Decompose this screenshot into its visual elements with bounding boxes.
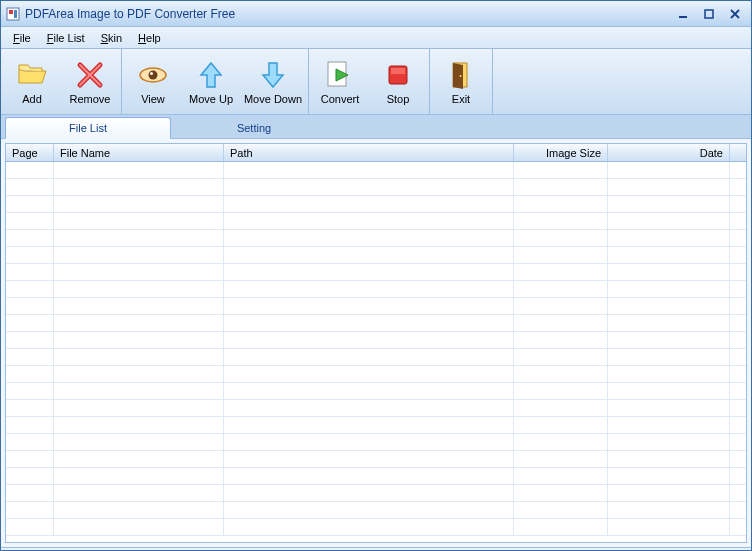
tab-setting[interactable]: Setting [171, 117, 337, 139]
table-row [6, 434, 746, 451]
col-path[interactable]: Path [224, 144, 514, 161]
table-header: Page File Name Path Image Size Date [6, 144, 746, 162]
table-body[interactable] [6, 162, 746, 542]
table-row [6, 230, 746, 247]
table-row [6, 383, 746, 400]
status-bar: Total files: 0 [1, 547, 751, 551]
svg-rect-2 [14, 10, 17, 18]
move-up-button[interactable]: Move Up [182, 51, 240, 112]
col-page[interactable]: Page [6, 144, 54, 161]
convert-icon [324, 59, 356, 91]
table-row [6, 417, 746, 434]
move-down-button[interactable]: Move Down [240, 51, 306, 112]
table-row [6, 213, 746, 230]
menu-bar: File File List Skin Help [1, 27, 751, 49]
tab-bar: File List Setting [1, 115, 751, 139]
table-row [6, 468, 746, 485]
view-button[interactable]: View [124, 51, 182, 112]
table-row [6, 332, 746, 349]
table-row [6, 366, 746, 383]
table-row [6, 264, 746, 281]
svg-point-6 [149, 70, 158, 79]
close-button[interactable] [723, 6, 747, 22]
content-area: Page File Name Path Image Size Date [1, 139, 751, 547]
col-imagesize[interactable]: Image Size [514, 144, 608, 161]
table-row [6, 196, 746, 213]
minimize-button[interactable] [671, 6, 695, 22]
table-row [6, 400, 746, 417]
col-date[interactable]: Date [608, 144, 730, 161]
eye-icon [137, 59, 169, 91]
svg-point-12 [460, 75, 462, 77]
folder-open-icon [16, 59, 48, 91]
svg-rect-10 [391, 68, 405, 74]
menu-skin[interactable]: Skin [93, 27, 130, 48]
menu-file[interactable]: File [5, 27, 39, 48]
svg-rect-1 [9, 10, 13, 14]
table-row [6, 281, 746, 298]
toolbar: Add Remove View [1, 49, 751, 115]
table-row [6, 315, 746, 332]
delete-x-icon [74, 59, 106, 91]
add-button[interactable]: Add [3, 51, 61, 112]
table-row [6, 298, 746, 315]
table-row [6, 451, 746, 468]
menu-filelist[interactable]: File List [39, 27, 93, 48]
table-row [6, 519, 746, 536]
arrow-up-icon [195, 59, 227, 91]
table-row [6, 502, 746, 519]
title-bar: PDFArea Image to PDF Converter Free [1, 1, 751, 27]
tab-file-list[interactable]: File List [5, 117, 171, 139]
col-filename[interactable]: File Name [54, 144, 224, 161]
app-icon [5, 6, 21, 22]
remove-button[interactable]: Remove [61, 51, 119, 112]
table-row [6, 247, 746, 264]
svg-point-7 [150, 72, 153, 75]
table-row [6, 179, 746, 196]
maximize-button[interactable] [697, 6, 721, 22]
table-row [6, 349, 746, 366]
convert-button[interactable]: Convert [311, 51, 369, 112]
table-row [6, 485, 746, 502]
menu-help[interactable]: Help [130, 27, 169, 48]
arrow-down-icon [257, 59, 289, 91]
window-title: PDFArea Image to PDF Converter Free [25, 7, 235, 21]
stop-icon [382, 59, 414, 91]
svg-rect-4 [705, 10, 713, 18]
file-table: Page File Name Path Image Size Date [5, 143, 747, 543]
table-row [6, 162, 746, 179]
svg-rect-3 [679, 16, 687, 18]
stop-button[interactable]: Stop [369, 51, 427, 112]
exit-door-icon [445, 59, 477, 91]
exit-button[interactable]: Exit [432, 51, 490, 112]
